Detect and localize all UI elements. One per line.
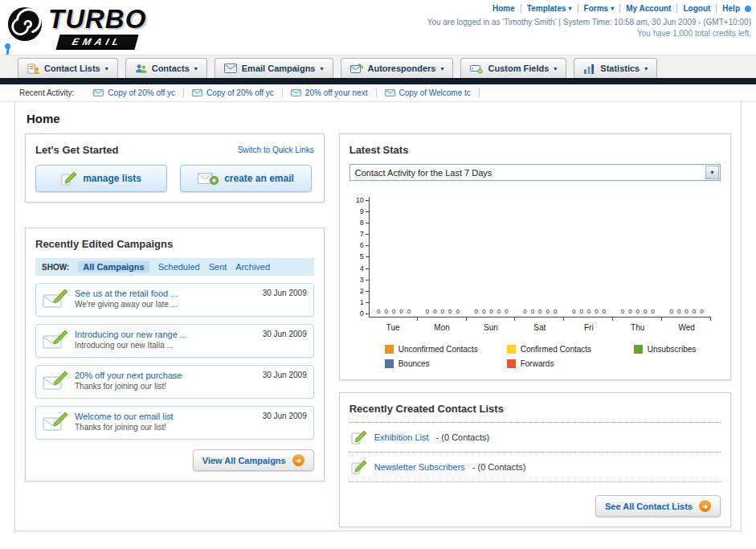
recent-contact-lists-title: Recently Created Contact Lists [349,403,721,423]
recent-activity-item[interactable]: Copy of 20% off yc [85,88,184,97]
nav-tab-contact-lists[interactable]: Contact Lists ▾ [18,58,118,78]
app-header: TURBO EMAIL Home Templates▾ Forms▾ My Ac… [0,0,756,55]
contact-list-count: - (0 Contacts) [436,432,490,442]
recent-activity-item[interactable]: Copy of 20% off yc [184,88,283,97]
nav-tab-label: Autoresponders [368,64,436,73]
legend-label: Confirmed Contacts [521,345,591,354]
legend-item: Confirmed Contacts [507,345,634,354]
chart-x-ticks [369,318,711,321]
logo-swirl-icon [6,6,43,43]
email-campaigns-icon [224,64,237,73]
view-all-campaigns-button[interactable]: View All Campaigns ➜ [193,449,314,471]
x-axis-label: Sat [515,323,564,332]
contact-list-name-link[interactable]: Exhibition List [374,432,429,442]
chart-value-label: 0 [505,308,508,315]
header-link-my-account[interactable]: My Account [620,4,677,13]
header-link-help[interactable]: Help [717,4,743,13]
x-axis-label: Wed [662,323,711,332]
notification-dot-icon [745,6,751,12]
chart-value-label: 0 [595,308,598,315]
app-logo: TURBO EMAIL [6,2,207,51]
campaign-subtitle: Introducing our new Italia ... [75,341,256,350]
chart-value-label: 0 [554,308,557,315]
chart-value-label: 0 [652,308,655,315]
chart-value-group: 00000 [370,308,419,317]
chart-value-label: 0 [426,308,429,315]
chart-value-label: 0 [474,308,477,315]
chart-value-label: 0 [603,308,606,315]
main-nav: Contact Lists ▾ Contacts ▾ Email Campaig… [0,55,756,78]
header-link-home[interactable]: Home [487,4,521,13]
chart-value-group: 00000 [565,308,614,317]
header-links: Home Templates▾ Forms▾ My Account Logout… [427,4,751,13]
y-axis-tick: 8 [360,219,369,227]
x-axis-tick [369,318,418,321]
chart-value-label: 0 [587,308,590,315]
manage-lists-button[interactable]: manage lists [35,165,167,192]
campaign-date: 30 Jun 2009 [263,371,307,393]
nav-divider-bar [0,78,756,84]
chart-value-label: 0 [433,308,436,315]
nav-tab-contacts[interactable]: Contacts ▾ [125,58,207,78]
nav-tab-statistics[interactable]: Statistics ▾ [574,58,657,78]
dropdown-arrow-icon: ▼ [705,166,719,179]
chart-value-label: 0 [546,308,550,315]
recent-campaigns-title: Recently Edited Campaigns [35,238,173,250]
nav-tab-label: Contact Lists [44,64,100,73]
campaign-filter-bar: SHOW: All Campaigns Scheduled Sent Archi… [35,258,314,276]
chart-value-label: 0 [523,308,526,315]
switch-quick-links-link[interactable]: Switch to Quick Links [238,145,314,154]
header-link-logout[interactable]: Logout [677,4,717,13]
legend-label: Unconfirmed Contacts [398,345,478,354]
campaign-title-link[interactable]: See us at the retail food ... [75,289,178,298]
chart-y-axis: 109876543210 [349,197,369,318]
header-right: Home Templates▾ Forms▾ My Account Logout… [427,4,751,38]
filter-tab-sent[interactable]: Sent [209,262,227,272]
arrow-right-icon: ➜ [292,454,304,466]
x-axis-tick [613,318,662,321]
header-link-templates[interactable]: Templates▾ [521,4,578,13]
chart-value-label: 0 [669,308,672,315]
campaign-title-link[interactable]: Introducing our new range ... [75,330,187,339]
autoresponders-icon [350,63,363,74]
chart-value-label: 0 [621,308,624,315]
recent-activity-bar: Recent Activity: Copy of 20% off yc Copy… [0,84,756,102]
filter-tab-archived[interactable]: Archived [235,262,270,272]
recent-activity-label: Recent Activity: [19,88,74,97]
y-axis-tick: 0 [360,310,369,318]
x-axis-tick [467,318,516,321]
get-started-title: Let's Get Started [35,144,119,156]
envelope-icon [385,89,395,96]
campaign-row: Introducing our new range ... Introducin… [35,324,314,358]
stats-period-select[interactable]: Contact Activity for the Last 7 Days ▼ [349,164,721,181]
pencil-paper-icon [351,430,367,445]
campaign-title-link[interactable]: 20% off your next purchase [75,371,182,380]
filter-tab-scheduled[interactable]: Scheduled [158,262,200,272]
x-axis-tick [564,318,613,321]
x-axis-tick [515,318,564,321]
nav-tab-email-campaigns[interactable]: Email Campaigns ▾ [215,58,333,78]
recent-activity-item[interactable]: Copy of Welcome tc [377,88,480,97]
logo-text-secondary: EMAIL [55,35,138,50]
nav-tab-custom-fields[interactable]: Custom Fields ▾ [460,58,566,78]
campaign-title-link[interactable]: Welcome to our email list [75,412,174,421]
chevron-down-icon: ▾ [440,65,443,72]
chart-value-label: 0 [448,308,452,315]
contact-list-row: Newsletter Subscribers - (0 Contacts) [349,453,721,482]
nav-tab-autoresponders[interactable]: Autoresponders ▾ [341,58,454,78]
contact-list-name-link[interactable]: Newsletter Subscribers [374,462,465,472]
chart-value-label: 0 [456,308,460,315]
recent-activity-item[interactable]: 20% off your next [283,88,377,97]
legend-label: Bounces [398,359,430,368]
campaign-date: 30 Jun 2009 [263,412,307,434]
filter-tab-all-campaigns[interactable]: All Campaigns [78,261,149,272]
see-all-contact-lists-button[interactable]: See All Contact Lists ➜ [595,495,721,517]
x-axis-label: Fri [564,323,613,332]
header-link-forms[interactable]: Forms▾ [578,4,621,13]
create-email-button[interactable]: create an email [180,165,312,192]
legend-label: Forwards [521,359,554,368]
contacts-icon [135,63,147,75]
legend-item: Forwards [507,359,634,368]
chart-value-label: 0 [377,308,380,315]
chart-value-label: 0 [531,308,534,315]
